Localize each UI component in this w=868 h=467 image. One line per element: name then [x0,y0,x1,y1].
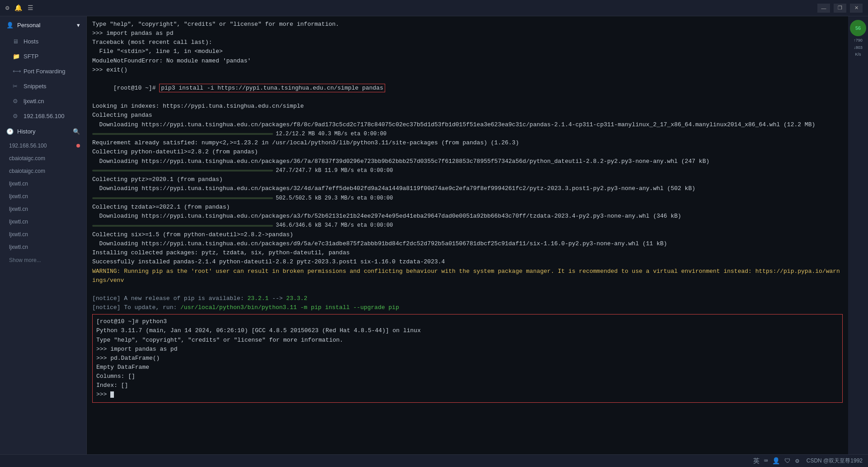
history-item-label-1: cbaiotaigc.com [9,155,45,162]
term-line-6: >>> exit() [92,66,843,75]
history-item-label-4: ljxwtl.cn [9,193,28,200]
term-line-12: Downloading https://pypi.tuna.tsinghua.e… [92,157,843,166]
term-line-1: Type "help", "copyright", "credits" or "… [92,20,843,29]
menu-icon[interactable]: ☰ [28,4,33,12]
history-item-4[interactable]: ljxwtl.cn [0,190,86,203]
history-label: History [17,128,35,135]
progress-label-4: 346.6/346.6 kB 34.7 MB/s eta 0:00:00 [276,221,393,230]
term-line-5: ModuleNotFoundError: No module named 'pa… [92,57,843,66]
term-line-3: Traceback (most recent call last): [92,38,843,47]
snippets-icon: ✂ [13,83,20,90]
sftp-icon: 📁 [13,53,20,60]
history-item-label-8: ljxwtl.cn [9,244,28,250]
term-line-14: Downloading https://pypi.tuna.tsinghua.e… [92,184,843,193]
term-line-10: Requirement already satisfied: numpy<2,>… [92,138,843,148]
snippets-label: Snippets [24,83,47,90]
cmd-highlight: pip3 install -i https://pypi.tuna.tsingh… [159,84,385,92]
py-df-line: >>> pd.DataFrame() [96,354,839,363]
progress-bar-1: 12.2/12.2 MB 40.3 MB/s eta 0:00:00 [92,129,843,139]
py-cmd-line: [root@10 ~]# python3 [96,317,839,326]
history-item-label-3: ljxwtl.cn [9,181,28,187]
sidebar-item-snippets[interactable]: ✂ Snippets [0,79,86,94]
history-item-3[interactable]: ljxwtl.cn [0,177,86,190]
download-label: ↓803 [854,45,863,50]
personal-header[interactable]: 👤 Personal ▾ [0,16,86,34]
history-item-5[interactable]: ljxwtl.cn [0,203,86,215]
progress-bar-3: 502.5/502.5 kB 29.3 MB/s eta 0:00:00 [92,194,843,203]
history-search-icon[interactable]: 🔍 [73,128,80,135]
main-layout: 👤 Personal ▾ 🖥 Hosts 📁 SFTP ⟷ Port Forwa… [0,16,868,454]
sidebar-item-port-forwarding[interactable]: ⟷ Port Forwarding [0,64,86,79]
titlebar-controls: — ❐ ✕ [817,4,863,13]
py-help-line: Type "help", "copyright", "credits" or "… [96,336,839,345]
history-item-6[interactable]: ljxwtl.cn [0,215,86,228]
personal-chevron: ▾ [77,22,80,29]
history-item-label-2: cbaiotaigc.com [9,168,45,174]
history-icon: 🕐 [6,128,14,135]
history-section-left: 🕐 History [6,128,35,135]
term-line-4: File "<stdin>", line 1, in <module> [92,47,843,56]
host2-label: 192.168.56.100 [24,113,64,119]
progress-label-2: 247.7/247.7 kB 11.9 MB/s eta 0:00:00 [276,167,393,175]
term-line-19: Installing collected packages: pytz, tzd… [92,248,843,257]
py-import-line: >>> import pandas as pd [96,345,839,354]
term-line-9: Downloading https://pypi.tuna.tsinghua.e… [92,120,843,129]
term-line-17: Collecting six>=1.5 (from python-dateuti… [92,230,843,239]
term-line-7: Looking in indexes: https://pypi.tuna.ts… [92,102,843,111]
titlebar: ⚙ 🔔 ☰ — ❐ ✕ [0,0,868,16]
term-line-13: Collecting pytz>=2020.1 (from pandas) [92,175,843,184]
bell-icon[interactable]: 🔔 [14,4,22,12]
progress-bar-2: 247.7/247.7 kB 11.9 MB/s eta 0:00:00 [92,166,843,176]
sidebar-item-sftp[interactable]: 📁 SFTP [0,49,86,64]
host1-label: ljxwtl.cn [24,98,44,105]
progress-label-1: 12.2/12.2 MB 40.3 MB/s eta 0:00:00 [276,130,387,138]
history-item-8[interactable]: ljxwtl.cn [0,241,86,253]
network-value: 56 [855,25,861,31]
personal-label-group: 👤 Personal [6,22,40,29]
port-icon: ⟷ [13,68,20,75]
show-more-button[interactable]: Show more... [0,253,86,267]
lang-icon: 英 [753,457,760,465]
personal-icon: 👤 [6,22,14,29]
download-stat: ↓803 [854,45,863,51]
history-item-7[interactable]: ljxwtl.cn [0,228,86,241]
sidebar: 👤 Personal ▾ 🖥 Hosts 📁 SFTP ⟷ Port Forwa… [0,16,87,454]
keyboard-icon: ⌨ [764,457,768,465]
upload-label: ↑790 [854,38,863,43]
term-line-16: Downloading https://pypi.tuna.tsinghua.e… [92,212,843,221]
user-icon: 👤 [772,457,780,465]
statusbar-text: CSDN @双天至尊1992 [807,457,863,465]
terminal-area[interactable]: Type "help", "copyright", "credits" or "… [87,16,848,454]
history-item-1[interactable]: cbaiotaigc.com [0,152,86,165]
python-session-box: [root@10 ~]# python3 Python 3.11.7 (main… [92,314,843,402]
port-forwarding-label: Port Forwarding [24,68,65,75]
term-line-8: Collecting pandas [92,111,843,120]
history-item-label-0: 192.168.56.100 [9,143,47,149]
minimize-button[interactable]: — [817,4,830,13]
sidebar-item-host2[interactable]: ⚙ 192.168.56.100 [0,109,86,124]
settings2-icon: ⚙ [795,457,799,465]
sidebar-item-hosts[interactable]: 🖥 Hosts [0,34,86,49]
gear-icon-1: ⚙ [13,98,20,105]
settings-icon[interactable]: ⚙ [5,4,9,12]
history-item-label-6: ljxwtl.cn [9,219,28,225]
network-circle: 56 [850,20,866,36]
progress-bar-4: 346.6/346.6 kB 34.7 MB/s eta 0:00:00 [92,221,843,230]
py-version: Python 3.11.7 (main, Jan 14 2024, 06:26:… [96,326,839,335]
term-notice-1: [notice] A new release of pip is availab… [92,294,843,303]
restore-button[interactable]: ❐ [834,4,846,13]
hosts-label: Hosts [24,38,38,45]
history-item-2[interactable]: cbaiotaigc.com [0,165,86,177]
sidebar-item-host1[interactable]: ⚙ ljxwtl.cn [0,94,86,109]
titlebar-left: ⚙ 🔔 ☰ [5,4,33,12]
term-line-20: Successfully installed pandas-2.1.4 pyth… [92,257,843,267]
speed-unit: K/s [855,52,861,57]
warn-dot-0 [76,144,80,148]
statusbar-icons: 英 ⌨ 👤 🛡 ⚙ [753,457,799,465]
history-section[interactable]: 🕐 History 🔍 [0,124,86,139]
history-item-0[interactable]: 192.168.56.100 [0,139,86,152]
term-line-11: Collecting python-dateutil>=2.8.2 (from … [92,148,843,157]
right-panel: 56 ↑790 ↓803 K/s [848,16,868,454]
close-button[interactable]: ✕ [850,4,863,13]
term-line-2: >>> import pandas as pd [92,29,843,38]
